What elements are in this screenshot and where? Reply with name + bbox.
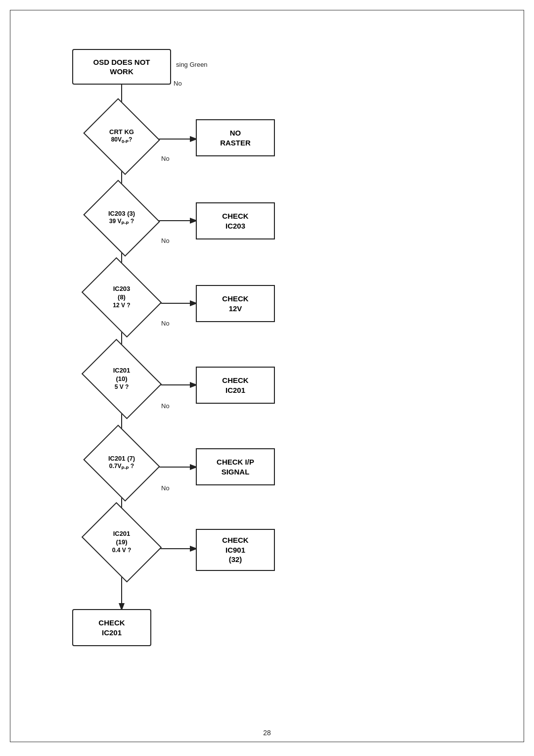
no-label-3: No <box>161 320 170 327</box>
flowchart: OSD DOES NOT WORK sing Green No CRT KG 8… <box>25 25 509 708</box>
crt-kg-diamond: CRT KG 80V0-P? <box>72 117 171 166</box>
ic201-7-diamond: IC201 (7) 0.7VP-P ? <box>72 443 171 493</box>
osd-label-line2: WORK <box>110 67 134 77</box>
no-label-5: No <box>161 484 170 492</box>
ic201-19-inner: IC201 (19) 0.4 V ? <box>90 519 153 566</box>
ic201-10-inner: IC201 (10) 5 V ? <box>90 355 153 403</box>
no-label-2: No <box>161 237 170 244</box>
no-raster-line2: RASTER <box>220 138 251 148</box>
ic203-8-diamond: IC203 (8) 12 V ? <box>72 280 171 330</box>
check-ic901-line3: (32) <box>229 555 242 565</box>
check-12v-line1: CHECK <box>222 294 248 304</box>
no-label-4: No <box>161 402 170 410</box>
check-12v-line2: 12V <box>229 304 242 314</box>
ic201-10-diamond: IC201 (10) 5 V ? <box>72 362 171 411</box>
check-ip-line1: CHECK I/P <box>217 457 254 467</box>
no-raster-box: NO RASTER <box>196 119 275 156</box>
ic201-19-diamond: IC201 (19) 0.4 V ? <box>72 525 171 574</box>
check-ic201-box: CHECK IC201 <box>196 367 275 404</box>
check-ic203-line2: IC203 <box>225 221 245 231</box>
ic203-8-inner: IC203 (8) 12 V ? <box>90 274 153 321</box>
ic203-3-diamond: IC203 (3) 39 VP-P ? <box>72 198 171 248</box>
check-ic201-final-box: CHECK IC201 <box>72 609 151 646</box>
check-ic203-box: CHECK IC203 <box>196 202 275 239</box>
partial-no-label: No <box>174 80 182 87</box>
osd-label-line1: OSD DOES NOT <box>93 57 150 67</box>
check-ic201-final-line2: IC201 <box>102 628 122 638</box>
check-ic201-line1: CHECK <box>222 376 248 385</box>
crt-kg-inner: CRT KG 80V0-P? <box>93 113 150 160</box>
no-raster-line1: NO <box>230 128 241 138</box>
ic201-7-inner: IC201 (7) 0.7VP-P ? <box>93 439 150 487</box>
check-ip-line2: SIGNAL <box>222 467 250 477</box>
page: OSD DOES NOT WORK sing Green No CRT KG 8… <box>10 10 524 742</box>
no-label-1: No <box>161 155 170 162</box>
check-ic901-32-box: CHECK IC901 (32) <box>196 529 275 571</box>
page-number: 28 <box>263 729 271 737</box>
osd-does-not-work-box: OSD DOES NOT WORK <box>72 49 171 85</box>
check-ic203-line1: CHECK <box>222 211 248 221</box>
check-12v-box: CHECK 12V <box>196 285 275 322</box>
check-ic901-line1: CHECK <box>222 535 248 545</box>
partial-label-green: sing Green <box>176 61 208 68</box>
check-ip-signal-box: CHECK I/P SIGNAL <box>196 448 275 485</box>
check-ic201-line2: IC201 <box>225 385 245 395</box>
check-ic901-line2: IC901 <box>225 545 245 555</box>
ic203-3-inner: IC203 (3) 39 VP-P ? <box>93 194 150 242</box>
check-ic201-final-line1: CHECK <box>98 618 125 628</box>
